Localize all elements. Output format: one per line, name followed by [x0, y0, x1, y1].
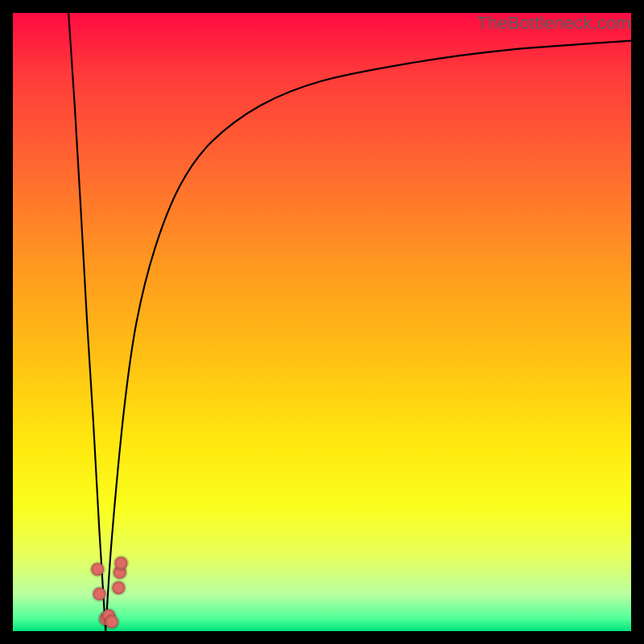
data-point: [112, 581, 125, 594]
curve-left-branch: [68, 13, 105, 631]
curve-right-branch: [105, 41, 631, 631]
watermark-text: TheBottleneck.com: [477, 13, 631, 34]
data-point: [93, 588, 105, 601]
data-point: [91, 563, 104, 576]
plot-area: [13, 13, 631, 631]
data-point: [114, 556, 127, 569]
chart-frame: TheBottleneck.com: [0, 0, 644, 644]
bottleneck-curve: [13, 13, 631, 631]
data-point: [105, 615, 118, 628]
